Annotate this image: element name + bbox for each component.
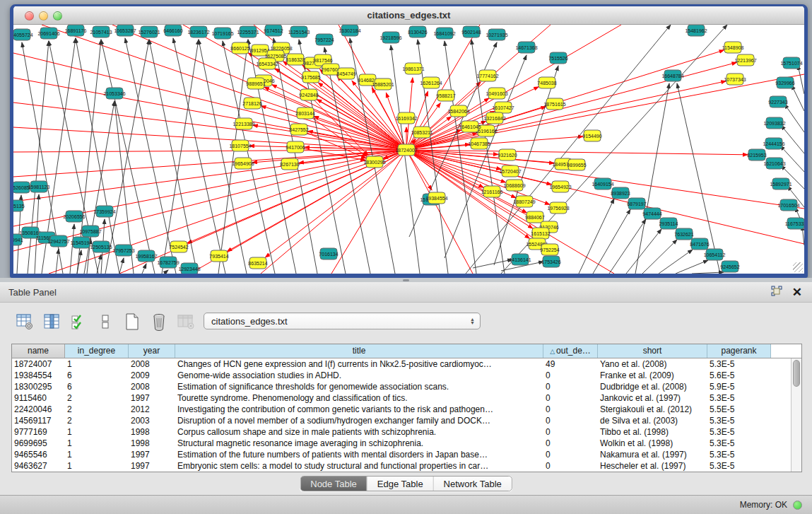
citation-network-graph[interactable]: 2405572420691406168911762105741310653287… [13, 25, 804, 274]
cell-pagerank: 5.5E-5 [707, 404, 771, 415]
graph-node-label: 9884067 [525, 215, 544, 220]
table-panel: Table Panel ✕ [0, 278, 812, 495]
table-row[interactable]: 1456911722003Disruption of a novel membe… [12, 415, 801, 426]
column-header-year[interactable]: year [129, 344, 175, 358]
graph-node-label: 12505135 [90, 245, 112, 250]
graph-node-label: 3919941 [13, 238, 23, 243]
graph-node-label: 18807249 [513, 199, 535, 204]
tab-node-table[interactable]: Node Table [300, 477, 367, 491]
rows-icon[interactable] [96, 313, 114, 331]
graph-node-label: 16107427 [492, 105, 514, 110]
graph-node-label: 16782759 [157, 260, 179, 265]
graph-node-label: 16302184 [339, 28, 360, 33]
cell-title: Genome-wide association studies in ADHD. [175, 370, 543, 381]
graph-node-label: 17774162 [476, 74, 498, 78]
table-row[interactable]: 946554611997Estimation of the future num… [12, 449, 801, 460]
table-toolbar: f(x) citations_edges.txt ▲▼ [0, 309, 812, 334]
column-header-pagerank[interactable]: pagerank [707, 344, 771, 358]
new-table-icon[interactable] [123, 313, 141, 331]
cell-title: Structural magnetic resonance image aver… [175, 438, 543, 449]
graph-node-label: 7515526 [548, 56, 567, 61]
graph-node-label: 20691406 [37, 31, 59, 36]
table-row[interactable]: 946362711997Embryonic stem cells: a mode… [12, 460, 801, 472]
table-select-dropdown[interactable]: citations_edges.txt ▲▼ [204, 313, 481, 329]
graph-node-label: 10853211 [411, 130, 433, 135]
tab-network-table[interactable]: Network Table [434, 477, 512, 491]
graph-node-label: 17016504 [777, 203, 799, 208]
close-panel-icon[interactable]: ✕ [792, 286, 802, 298]
graph-node-label: 12161166 [481, 189, 503, 194]
graph-node-label: 8912954 [250, 48, 269, 53]
table-mode-icon[interactable] [16, 313, 34, 331]
cell-short: Nakamura et al. (1997) [598, 449, 707, 460]
graph-node-label: 2935114 [659, 221, 678, 226]
graph-node-label: 8186328 [286, 57, 305, 62]
cell-year: 1997 [129, 449, 175, 460]
table-row[interactable]: 1830029562008Estimation of significance … [12, 381, 801, 392]
graph-node-label: 9329966 [775, 81, 794, 86]
network-canvas[interactable]: 2405572420691406168911762105741310653287… [13, 25, 804, 274]
cell-in_degree: 2 [65, 404, 129, 415]
cell-out_degree: 0 [543, 370, 598, 381]
graph-node-label: 15885201 [372, 82, 394, 87]
graph-node-label: 10688609 [503, 183, 525, 188]
scrollbar-thumb[interactable] [793, 360, 800, 387]
cell-in_degree: 6 [65, 370, 129, 381]
window-titlebar[interactable]: citations_edges.txt [13, 6, 804, 25]
graph-node-label: 8215953 [747, 153, 766, 158]
float-panel-icon[interactable] [771, 286, 782, 299]
graph-node-label: 12213967 [734, 58, 756, 63]
graph-node-label: 12213389 [233, 122, 254, 127]
show-column-icon[interactable] [42, 313, 61, 331]
graph-node-label: 8130426 [408, 30, 427, 35]
graph-node-label: 8267130 [280, 162, 299, 167]
graph-node-label: 15981123 [28, 185, 50, 189]
table-row[interactable]: 2242004622012Investigating the contribut… [12, 404, 801, 415]
cell-title: Embryonic stem cells: a model to study s… [175, 460, 543, 472]
graph-node-label: 15842064 [447, 109, 469, 114]
cell-name: 18724007 [12, 358, 65, 370]
graph-node-label: 16261264 [420, 81, 442, 86]
column-header-in_degree[interactable]: in_degree [65, 344, 129, 358]
table-row[interactable]: 1872400712008Changes of HCN gene express… [12, 358, 801, 370]
graph-node-label: 1615132 [531, 231, 550, 236]
resize-grip-icon[interactable] [793, 262, 803, 272]
column-header-out_degree[interactable]: △out_de… [543, 344, 598, 358]
graph-node-label: 7935414 [209, 254, 228, 259]
memory-status-label: Memory: OK [740, 500, 787, 510]
table-row[interactable]: 977716911998Corpus callosum shape and si… [12, 426, 801, 438]
cell-in_degree: 6 [65, 381, 129, 392]
cell-year: 1997 [129, 460, 175, 472]
splitter-grip-icon[interactable] [403, 279, 409, 281]
graph-node-label: 8427552 [289, 127, 308, 132]
graph-node-label: 8635214 [248, 261, 267, 266]
graph-node-label: 18724007 [395, 148, 417, 153]
cell-title: Estimation of the future numbers of pati… [175, 449, 543, 460]
table-row[interactable]: 911546021997Tourette syndrome. Phenomeno… [12, 392, 801, 404]
table-row[interactable]: 1938455462009Genome-wide association stu… [12, 370, 801, 381]
graph-node-label: 10719165 [211, 31, 233, 36]
column-header-title[interactable]: title [175, 344, 543, 358]
cell-year: 1997 [129, 392, 175, 404]
graph-node-label: 20206556 [63, 214, 85, 219]
graph-node-label: 18226058 [270, 46, 292, 51]
column-header-short[interactable]: short [598, 344, 707, 358]
graph-node-label: 12093832 [763, 121, 785, 126]
delete-column-icon[interactable] [150, 313, 168, 331]
cell-pagerank: 5.3E-5 [707, 392, 771, 404]
cell-year: 1998 [129, 426, 175, 438]
cell-year: 2012 [129, 404, 175, 415]
select-all-icon[interactable] [69, 313, 88, 331]
cell-out_degree: 0 [543, 460, 598, 472]
graph-node-label: 11675332 [785, 221, 804, 226]
graph-node-label: 10491603 [486, 91, 507, 96]
vertical-scrollbar[interactable] [791, 358, 801, 472]
column-header-name[interactable]: name [12, 344, 65, 358]
tab-edge-table[interactable]: Edge Table [367, 477, 434, 491]
header-filler [771, 344, 801, 358]
graph-node-label: 10271935 [486, 33, 507, 37]
cell-in_degree: 1 [65, 460, 129, 472]
table-row[interactable]: 969969511998Structural magnetic resonanc… [12, 438, 801, 449]
graph-node-label: 16648784 [661, 74, 683, 78]
graph-node-label: 9154490 [582, 134, 601, 139]
